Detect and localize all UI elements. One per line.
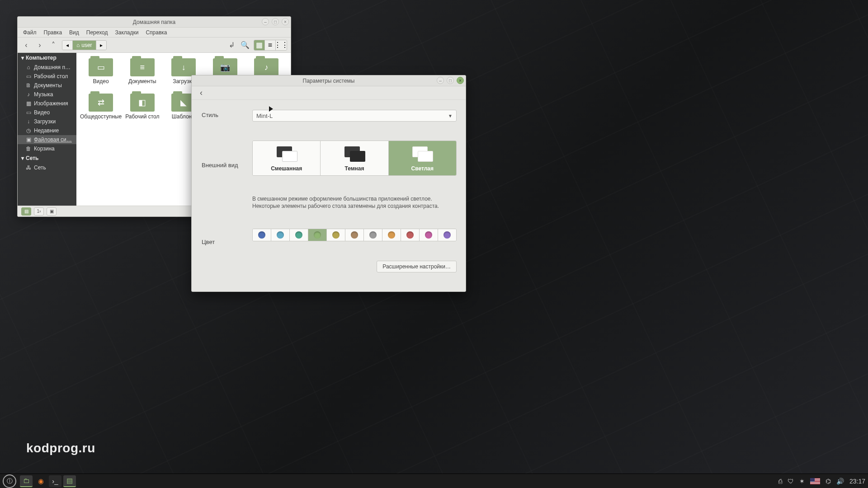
start-menu-button[interactable]: ⓛ [3, 474, 16, 488]
taskbar-terminal-button[interactable]: ›_ [49, 475, 61, 487]
folder-item[interactable]: ▭Видео [80, 58, 122, 84]
color-option[interactable] [253, 229, 271, 241]
color-option[interactable] [327, 229, 345, 241]
color-option[interactable] [271, 229, 290, 241]
sidebar-item-filesystem[interactable]: ▣Файловая си… [18, 135, 76, 144]
nav-back-button[interactable]: ‹ [21, 40, 31, 50]
fm-menu-view[interactable]: Вид [66, 28, 82, 37]
color-swatch [388, 231, 395, 239]
sidebar-item-videos[interactable]: ▭Видео [18, 108, 76, 117]
folder-item[interactable]: ◧Рабочий стол [122, 94, 163, 120]
search-button[interactable]: 🔍 [240, 40, 250, 50]
terminal-icon: ›_ [52, 477, 58, 485]
sidebar-item-desktop[interactable]: ▭Рабочий стол [18, 72, 76, 81]
folder-icon: 🗀 [23, 477, 30, 484]
appearance-option-light[interactable]: Светлая [389, 141, 456, 175]
settings-icon: ▤ [66, 477, 73, 485]
advanced-settings-button[interactable]: Расширенные настройки… [377, 261, 457, 272]
appearance-label-mixed: Смешанная [271, 165, 302, 172]
color-row [252, 229, 457, 241]
folder-icon: ≡ [130, 58, 155, 76]
fm-menu-edit[interactable]: Правка [41, 28, 65, 37]
status-tree-button[interactable]: ▣ [47, 207, 57, 216]
tray-network-icon[interactable]: ⌬ [826, 478, 831, 485]
color-option[interactable] [382, 229, 401, 241]
color-swatch [314, 231, 321, 239]
sidebar-item-home[interactable]: ⌂Домашняя п… [18, 63, 76, 72]
fm-menu-go[interactable]: Переход [84, 28, 111, 37]
fm-maximize-button[interactable]: □ [272, 18, 279, 25]
sidebar-item-downloads[interactable]: ↓Загрузки [18, 117, 76, 126]
view-switcher: ▦ ≡ ⋮⋮ [254, 40, 287, 51]
fm-menubar: Файл Правка Вид Переход Закладки Справка [18, 28, 291, 38]
style-combobox[interactable]: Mint-L ▼ [252, 110, 457, 122]
toggle-path-button[interactable]: ↲ [226, 40, 236, 50]
fm-minimize-button[interactable]: – [262, 18, 269, 25]
watermark-text: kodprog.ru [26, 441, 95, 455]
breadcrumb-prev[interactable]: ◂ [62, 41, 73, 50]
sidebar-item-network[interactable]: 🖧Сеть [18, 163, 76, 172]
view-grid-button[interactable]: ▦ [254, 40, 265, 50]
tray-bluetooth-icon[interactable]: ✶ [799, 478, 805, 485]
system-tray: ⎙ 🛡 ✶ ⌬ 🔊 23:17 [778, 478, 865, 485]
breadcrumb-home[interactable]: ⌂ user [73, 41, 96, 50]
taskbar-firefox-button[interactable]: ◉ [34, 475, 47, 487]
recent-icon: ◷ [26, 127, 31, 134]
color-option[interactable] [308, 229, 327, 241]
status-zoom-button[interactable]: 1x [34, 207, 44, 216]
color-swatch [295, 231, 302, 239]
fm-menu-file[interactable]: Файл [20, 28, 39, 37]
color-option[interactable] [420, 229, 438, 241]
breadcrumb-next[interactable]: ▸ [96, 41, 106, 50]
status-show-places-button[interactable]: ▤ [21, 207, 31, 216]
fm-toolbar: ‹ › ˄ ◂ ⌂ user ▸ ↲ 🔍 ▦ ≡ ⋮⋮ [18, 38, 291, 53]
documents-icon: 🗎 [26, 82, 31, 89]
ss-minimize-button[interactable]: – [437, 77, 444, 84]
tray-shield-icon[interactable]: 🛡 [788, 478, 794, 485]
ss-titlebar[interactable]: Параметры системы – □ × [192, 75, 466, 86]
drive-icon: ▣ [26, 136, 31, 143]
sidebar-item-documents[interactable]: 🗎Документы [18, 81, 76, 90]
taskbar-settings-button[interactable]: ▤ [63, 475, 76, 487]
color-option[interactable] [438, 229, 456, 241]
appearance-option-dark[interactable]: Темная [321, 141, 388, 175]
color-option[interactable] [345, 229, 364, 241]
folder-icon: ↓ [171, 58, 196, 76]
appearance-thumb-light [410, 145, 435, 162]
network-icon: 🖧 [26, 164, 31, 171]
ss-back-button[interactable]: ‹ [196, 88, 206, 98]
label-style: Стиль [202, 110, 247, 118]
sidebar-item-trash[interactable]: 🗑Корзина [18, 144, 76, 153]
sidebar-item-recent[interactable]: ◷Недавние [18, 126, 76, 135]
sidebar-group-computer[interactable]: ▾ Компьютер [18, 53, 76, 63]
nav-forward-button[interactable]: › [35, 40, 45, 50]
tray-clock[interactable]: 23:17 [849, 478, 865, 485]
nav-up-button[interactable]: ˄ [48, 40, 58, 50]
appearance-thumb-dark [342, 145, 367, 162]
sidebar-item-pictures[interactable]: ▦Изображения [18, 99, 76, 108]
color-option[interactable] [364, 229, 382, 241]
folder-item[interactable]: ⇄Общедоступные [80, 94, 122, 120]
home-icon: ⌂ [26, 64, 31, 70]
sidebar-group-network[interactable]: ▾ Сеть [18, 153, 76, 163]
view-compact-button[interactable]: ⋮⋮ [276, 40, 287, 50]
fm-titlebar[interactable]: Домашняя папка – □ × [18, 17, 291, 28]
color-option[interactable] [401, 229, 420, 241]
fm-menu-help[interactable]: Справка [143, 28, 170, 37]
folder-item[interactable]: ≡Документы [122, 58, 163, 84]
color-option[interactable] [290, 229, 308, 241]
fm-close-button[interactable]: × [282, 18, 289, 25]
tray-keyboard-layout[interactable] [810, 478, 820, 484]
label-appearance: Внешний вид [202, 160, 247, 169]
breadcrumb-label: user [81, 42, 92, 48]
tray-updates-icon[interactable]: ⎙ [778, 478, 782, 485]
ss-maximize-button[interactable]: □ [447, 77, 454, 84]
appearance-option-mixed[interactable]: Смешанная [253, 141, 321, 175]
ss-body: Стиль Mint-L ▼ Внешний вид Смешанная Тем… [192, 100, 466, 291]
fm-menu-bookmarks[interactable]: Закладки [112, 28, 141, 37]
taskbar-files-button[interactable]: 🗀 [20, 475, 33, 487]
sidebar-item-music[interactable]: ♪Музыка [18, 90, 76, 99]
tray-volume-icon[interactable]: 🔊 [836, 478, 844, 485]
color-swatch [258, 231, 265, 239]
ss-close-button[interactable]: × [457, 77, 464, 84]
